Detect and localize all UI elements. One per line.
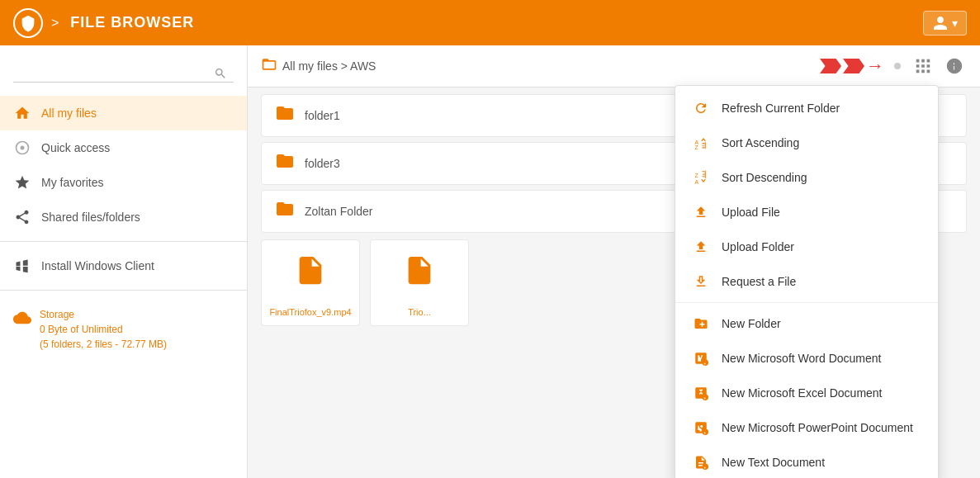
menu-item-upload-folder[interactable]: Upload Folder: [675, 230, 938, 264]
excel-icon: +: [692, 384, 710, 402]
menu-item-new-folder[interactable]: New Folder: [675, 306, 938, 341]
sidebar-item-install-windows[interactable]: Install Windows Client: [0, 248, 247, 283]
menu-item-new-excel[interactable]: + New Microsoft Excel Document: [675, 376, 938, 410]
folder-name: folder1: [305, 109, 340, 122]
cloud-icon: [13, 309, 31, 331]
breadcrumb: All my files > AWS: [261, 56, 376, 76]
sort-desc-icon: ZA: [692, 168, 710, 187]
grid-view-button[interactable]: [911, 54, 935, 78]
menu-item-new-ppt[interactable]: + New Microsoft PowerPoint Document: [675, 410, 938, 445]
upload-folder-icon: [692, 238, 710, 256]
menu-label-sort-desc: Sort Descending: [722, 171, 807, 184]
sort-asc-icon: AZ: [692, 134, 710, 152]
svg-point-1: [21, 146, 25, 150]
folder-grid-icon: [261, 56, 277, 76]
upload-file-icon: [692, 203, 710, 221]
menu-label-new-excel: New Microsoft Excel Document: [722, 386, 883, 400]
svg-text:+: +: [703, 362, 706, 366]
windows-icon: [13, 257, 31, 275]
sidebar-label-shared: Shared files/folders: [41, 211, 140, 224]
menu-label-new-ppt: New Microsoft PowerPoint Document: [722, 421, 913, 434]
new-folder-icon: [692, 315, 710, 333]
folder-icon: [275, 151, 295, 176]
red-arrow-2: [843, 59, 864, 73]
search-input[interactable]: [13, 62, 234, 83]
sidebar-storage: Storage 0 Byte of Unlimited(5 folders, 2…: [0, 297, 247, 362]
folder-name: folder3: [305, 157, 340, 170]
svg-text:+: +: [703, 431, 706, 435]
word-icon: +: [692, 349, 710, 367]
storage-detail: 0 Byte of Unlimited(5 folders, 2 files -…: [40, 322, 167, 352]
content-area: All my files > AWS →: [248, 45, 980, 478]
menu-item-request-file[interactable]: Request a File: [675, 264, 938, 299]
menu-label-new-folder: New Folder: [722, 317, 781, 330]
sidebar-label-install-windows: Install Windows Client: [41, 259, 154, 272]
red-arrows: →: [820, 57, 884, 75]
header-left: > FILE BROWSER: [13, 8, 194, 38]
main-layout: All my files Quick access My favorites S…: [0, 45, 980, 478]
sidebar-item-quick-access[interactable]: Quick access: [0, 130, 247, 165]
folder-icon: [275, 199, 295, 224]
menu-divider: [675, 302, 938, 303]
svg-text:+: +: [703, 466, 706, 470]
home-icon: [13, 104, 31, 122]
list-item[interactable]: FinalTriofox_v9.mp4: [261, 239, 360, 326]
menu-label-upload-file: Upload File: [722, 206, 780, 219]
toolbar: All my files > AWS →: [248, 45, 980, 88]
svg-text:Z: Z: [695, 144, 698, 150]
header: > FILE BROWSER ▾: [0, 0, 980, 45]
text-doc-icon: +: [692, 453, 710, 471]
menu-label-new-text: New Text Document: [722, 456, 825, 469]
red-arrow-right: →: [866, 57, 884, 75]
storage-label: Storage: [40, 307, 167, 322]
menu-item-upload-file[interactable]: Upload File: [675, 195, 938, 230]
toolbar-right: →: [820, 54, 967, 78]
svg-text:Z: Z: [695, 173, 698, 178]
menu-item-sort-asc[interactable]: AZ Sort Ascending: [675, 125, 938, 160]
sidebar-item-my-favorites[interactable]: My favorites: [0, 165, 247, 200]
share-icon: [13, 208, 31, 226]
sidebar-item-all-my-files[interactable]: All my files: [0, 96, 247, 130]
menu-label-refresh: Refresh Current Folder: [722, 102, 840, 115]
quick-access-icon: [13, 139, 31, 157]
list-item[interactable]: Trio...: [370, 239, 469, 326]
sidebar-divider-2: [0, 290, 247, 291]
folder-icon: [275, 103, 295, 128]
folder-name: Zoltan Folder: [305, 205, 372, 218]
menu-label-request-file: Request a File: [722, 275, 796, 288]
file-name-2: Trio...: [408, 307, 431, 317]
sidebar-label-my-favorites: My favorites: [41, 176, 103, 189]
header-right: ▾: [923, 11, 967, 35]
sidebar-search-container: [0, 55, 247, 96]
menu-label-new-word: New Microsoft Word Document: [722, 352, 881, 365]
ppt-icon: +: [692, 419, 710, 437]
sidebar-label-all-my-files: All my files: [41, 106, 97, 120]
sidebar-item-shared[interactable]: Shared files/folders: [0, 200, 247, 234]
info-button[interactable]: [942, 54, 967, 78]
request-file-icon: [692, 272, 710, 291]
user-menu-button[interactable]: ▾: [923, 11, 967, 35]
search-icon: [214, 67, 227, 83]
menu-item-new-word[interactable]: + New Microsoft Word Document: [675, 341, 938, 376]
menu-item-new-text[interactable]: + New Text Document: [675, 445, 938, 478]
breadcrumb-text: All my files > AWS: [282, 59, 376, 73]
sidebar-divider: [0, 241, 247, 242]
header-arrow: >: [51, 16, 59, 31]
sidebar-label-quick-access: Quick access: [41, 141, 110, 154]
red-arrow-1: [820, 59, 841, 73]
video-file-icon: [294, 253, 327, 301]
menu-item-refresh[interactable]: Refresh Current Folder: [675, 91, 938, 125]
menu-item-sort-desc[interactable]: ZA Sort Descending: [675, 160, 938, 195]
svg-text:+: +: [703, 396, 706, 400]
file-name: FinalTriofox_v9.mp4: [269, 307, 351, 317]
header-title: FILE BROWSER: [70, 14, 194, 31]
refresh-icon: [692, 99, 710, 117]
menu-label-upload-folder: Upload Folder: [722, 240, 794, 253]
star-icon: [13, 173, 31, 192]
svg-rect-3: [305, 273, 315, 276]
menu-label-sort-asc: Sort Ascending: [722, 136, 799, 149]
context-menu: Refresh Current Folder AZ Sort Ascending…: [675, 85, 939, 478]
status-dot: [894, 63, 901, 69]
user-dropdown-arrow: ▾: [952, 17, 958, 30]
app-logo: [13, 8, 43, 38]
